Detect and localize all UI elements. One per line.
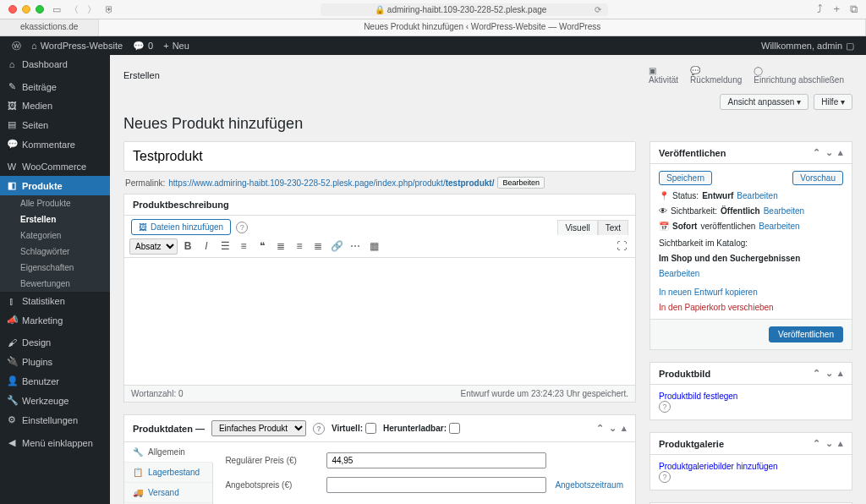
stats-icon: ⫿ [7,296,17,306]
menu-posts[interactable]: ✎Beiträge [0,77,110,96]
tab-visual[interactable]: Visuell [557,220,597,235]
bullet-list-icon[interactable]: ☰ [216,238,233,255]
menu-plugins[interactable]: 🔌Plugins [0,352,110,371]
preview-button[interactable]: Vorschau [792,171,843,185]
editor-textarea[interactable] [124,258,635,385]
menu-marketing[interactable]: 📣Marketing [0,310,110,330]
privacy-shield-icon[interactable]: ⛨ [105,4,114,14]
virtual-checkbox[interactable] [365,423,376,434]
menu-woocommerce[interactable]: WWooCommerce [0,157,110,176]
toolbar-toggle-icon[interactable]: ▦ [365,238,382,255]
submenu-all-products[interactable]: Alle Produkte [0,195,110,211]
number-list-icon[interactable]: ≡ [235,238,252,255]
tab-inventory[interactable]: 📋Lagerbestand [124,463,212,483]
reload-icon[interactable]: ⟳ [595,5,601,14]
screen-options-button[interactable]: Ansicht anpassen ▾ [720,94,808,110]
set-product-image-link[interactable]: Produktbild festlegen [659,392,737,401]
help-icon[interactable]: ? [659,401,671,413]
menu-media[interactable]: 🖼Medien [0,96,110,115]
tab-1[interactable]: ekassictions.de [0,19,99,36]
new-content[interactable]: + Neu [158,41,195,51]
wp-logo[interactable]: ⓦ [7,40,26,52]
tab-general[interactable]: 🔧Allgemein [124,442,213,463]
my-account[interactable]: Willkommen, admin ▢ [756,41,859,52]
site-name[interactable]: ⌂ WordPress-Website [26,41,128,51]
menu-appearance[interactable]: 🖌Design [0,333,110,352]
menu-collapse[interactable]: ◀Menü einklappen [0,433,110,452]
permalink-link[interactable]: https://www.admiring-haibt.109-230-228-5… [168,178,494,188]
quote-icon[interactable]: ❝ [254,238,271,255]
product-data-label: Produktdaten — [133,424,205,434]
minimize-window[interactable] [22,5,30,14]
chevron-up-icon[interactable]: ⌃ [596,423,604,434]
help-icon[interactable]: ? [313,423,325,435]
more-icon[interactable]: ⋯ [347,238,364,255]
edit-status-link[interactable]: Bearbeiten [737,190,777,202]
add-gallery-link[interactable]: Produktgaleriebilder hinzufügen [659,462,778,471]
add-media-button[interactable]: 🖼Dateien hinzufügen [131,219,231,235]
product-type-select[interactable]: Einfaches Produkt [211,420,306,436]
share-icon[interactable]: ⤴ [817,3,823,16]
help-icon[interactable]: ? [659,471,671,483]
regular-price-input[interactable] [326,452,546,468]
publish-box: Veröffentlichen⌃⌄▴ Speichern Vorschau 📍S… [650,141,852,350]
fullscreen-icon[interactable]: ⛶ [613,238,630,255]
menu-users[interactable]: 👤Benutzer [0,371,110,391]
tab-text[interactable]: Text [598,220,628,235]
edit-schedule-link[interactable]: Bearbeiten [759,221,799,233]
trash-link[interactable]: In den Papierkorb verschieben [659,302,774,314]
chevron-down-icon[interactable]: ⌄ [825,147,833,158]
product-title-input[interactable] [123,141,636,172]
save-draft-button[interactable]: Speichern [659,171,712,185]
copy-draft-link[interactable]: In neuen Entwurf kopieren [659,287,758,299]
sale-price-input[interactable] [326,477,546,493]
maximize-window[interactable] [36,5,44,14]
publish-button[interactable]: Veröffentlichen [769,326,843,342]
tab-2[interactable]: Neues Produkt hinzufügen ‹ WordPress-Web… [99,19,866,36]
close-window[interactable] [8,5,17,14]
tabs-icon[interactable]: ⧉ [850,3,858,16]
chevron-down-icon[interactable]: ⌄ [609,423,617,434]
edit-visibility-link[interactable]: Bearbeiten [764,205,804,217]
italic-icon[interactable]: I [198,238,215,255]
menu-settings[interactable]: ⚙Einstellungen [0,410,110,430]
chevron-up-icon[interactable]: ⌃ [813,147,820,158]
help-button[interactable]: Hilfe ▾ [814,94,852,110]
submenu-reviews[interactable]: Bewertungen [0,276,110,292]
menu-products[interactable]: ◧Produkte [0,176,110,195]
downloadable-label: Herunterladbar: [383,424,447,433]
bold-icon[interactable]: B [179,238,196,255]
edit-catalog-link[interactable]: Bearbeiten [659,268,699,280]
collapse-icon: ◀ [7,437,17,448]
submenu-add-new[interactable]: Erstellen [0,211,110,227]
url-bar[interactable]: 🔒 admiring-haibt.109-230-228-52.plesk.pa… [321,3,608,16]
submenu-attributes[interactable]: Eigenschaften [0,260,110,276]
edit-permalink-button[interactable]: Bearbeiten [497,177,545,189]
forward-icon[interactable]: 〉 [87,3,96,16]
setup-panel[interactable]: ◯Einrichtung abschließen [754,66,844,85]
format-select[interactable]: Absatz [129,238,178,255]
submenu-categories[interactable]: Kategorien [0,227,110,244]
schedule-link[interactable]: Angebotszeitraum [555,480,623,490]
menu-analytics[interactable]: ⫿Statistiken [0,292,110,310]
toggle-icon[interactable]: ▴ [622,423,627,434]
tab-shipping[interactable]: 🚚Versand [124,483,212,503]
feedback-panel[interactable]: 💬Rückmeldung [690,66,742,85]
help-icon[interactable]: ? [236,222,248,233]
align-right-icon[interactable]: ≣ [310,238,326,255]
downloadable-checkbox[interactable] [449,423,460,434]
menu-pages[interactable]: ▤Seiten [0,115,110,134]
menu-tools[interactable]: 🔧Werkzeuge [0,391,110,410]
back-icon[interactable]: 〈 [69,3,79,16]
comments-bubble[interactable]: 💬 0 [128,41,158,52]
menu-comments[interactable]: 💬Kommentare [0,134,110,154]
align-center-icon[interactable]: ≡ [291,238,308,255]
sidebar-toggle-icon[interactable]: ▭ [52,4,61,15]
link-icon[interactable]: 🔗 [328,238,345,255]
menu-dashboard[interactable]: ⌂Dashboard [0,55,110,74]
toggle-icon[interactable]: ▴ [838,147,843,158]
submenu-tags[interactable]: Schlagwörter [0,244,110,260]
activity-panel[interactable]: ▣Aktivität [649,66,678,85]
new-tab-icon[interactable]: + [833,3,840,16]
align-left-icon[interactable]: ≣ [272,238,289,255]
